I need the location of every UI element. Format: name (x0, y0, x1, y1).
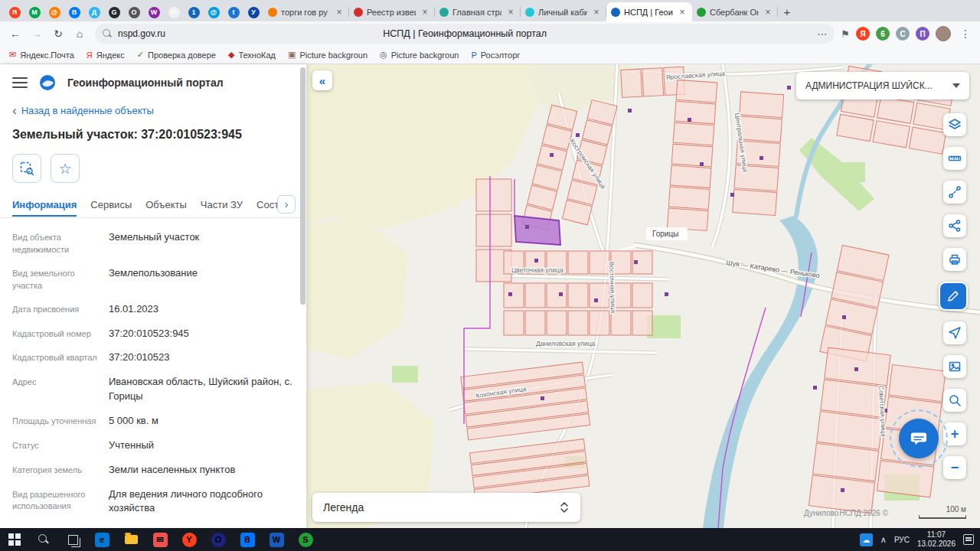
tabs-scroll-right-button[interactable]: › (277, 195, 296, 214)
taskbar-clock[interactable]: 11:07 13.02.2026 (917, 530, 956, 549)
taskbar-app-yandex[interactable]: Y (175, 528, 204, 551)
browser-tab[interactable]: Сбербанк Онла × (692, 2, 778, 21)
browser-icon: O (211, 533, 226, 547)
layers-button[interactable] (943, 113, 966, 136)
browser-tab[interactable]: Личный кабине × (521, 2, 606, 21)
legend-panel[interactable]: Легенда (312, 493, 580, 522)
notification-center-icon[interactable] (963, 534, 974, 545)
new-tab-button[interactable]: + (778, 2, 796, 21)
draw-tool-button-active[interactable] (939, 282, 968, 311)
portal-header: Геоинформационный портал (0, 64, 306, 96)
bookmark-item[interactable]: ЯЯндекс (87, 51, 125, 60)
browser-tab[interactable]: Реестр извеще × (349, 2, 435, 21)
extension-icon[interactable]: 6 (876, 27, 890, 41)
pinned-tab[interactable]: M (24, 3, 44, 21)
pinned-tab[interactable]: t (224, 3, 243, 21)
bookmark-item[interactable]: ▣Picture backgroun (288, 50, 368, 60)
sidebar-scrollbar[interactable] (299, 66, 305, 527)
pinned-tab[interactable]: Р (164, 3, 184, 21)
pinned-tab[interactable]: B (64, 3, 84, 21)
pinned-tab[interactable]: W (144, 3, 164, 21)
close-tab-icon[interactable]: × (591, 7, 602, 18)
close-tab-icon[interactable]: × (763, 7, 773, 18)
forward-icon[interactable]: → (28, 24, 46, 43)
pinned-tab[interactable]: Я (5, 3, 24, 21)
taskbar-app-explorer[interactable] (116, 528, 145, 551)
tab-services[interactable]: Сервисы (90, 193, 132, 217)
search-area-button[interactable] (943, 389, 966, 412)
browser-tab[interactable]: Главная страни × (435, 2, 521, 21)
taskbar-search-button[interactable] (29, 528, 58, 551)
attribute-label: Вид объекта недвижимости (12, 230, 103, 256)
pinned-tab[interactable]: G (104, 3, 124, 21)
measure-button[interactable] (943, 147, 966, 170)
close-tab-icon[interactable]: × (505, 7, 516, 18)
bookmark-item[interactable]: ✉Яндекс.Почта (9, 50, 74, 60)
show-on-map-button[interactable] (12, 154, 41, 183)
screenshot-button[interactable] (943, 355, 966, 378)
taskbar-app-sber[interactable]: S (291, 528, 320, 551)
omnibox-more-icon[interactable]: ⋯ (817, 28, 827, 40)
print-button[interactable] (943, 248, 966, 271)
bookmark-item[interactable]: ✓Проверка довере (137, 50, 216, 60)
taskbar-app-opera[interactable]: O (204, 528, 233, 551)
zoom-out-button[interactable]: − (943, 456, 966, 479)
browser-tab[interactable]: торги гов ру оф × (263, 2, 349, 21)
taskbar-app-edge[interactable]: e (87, 528, 116, 551)
profile-avatar[interactable] (936, 26, 951, 41)
bookmark-item[interactable]: РРосэлторг (471, 51, 520, 60)
task-view-icon (68, 535, 78, 545)
browser-menu-icon[interactable]: ⋮ (957, 28, 974, 40)
pinned-tab[interactable]: @ (44, 3, 64, 21)
share-button[interactable] (943, 214, 966, 237)
taskbar-app-vk[interactable]: B (233, 528, 262, 551)
start-button[interactable] (0, 528, 29, 551)
tab-label: Сбербанк Онла (710, 8, 759, 17)
task-view-button[interactable] (58, 528, 87, 551)
site-info-icon[interactable] (103, 29, 112, 38)
home-icon[interactable]: ⌂ (70, 24, 89, 43)
pinned-tab[interactable]: 1 (184, 3, 204, 21)
tab-parcel-parts[interactable]: Части ЗУ (201, 193, 243, 217)
pinned-tab[interactable]: Д (84, 3, 104, 21)
region-selector-dropdown[interactable]: АДМИНИСТРАЦИЯ ШУЙСК... (796, 72, 969, 99)
expand-collapse-icon (559, 500, 570, 514)
favorite-button[interactable]: ☆ (51, 154, 80, 183)
extension-icon[interactable]: C (896, 27, 910, 41)
pinned-tab[interactable]: У (243, 3, 263, 21)
collapse-panel-button[interactable]: « (312, 70, 332, 90)
attribute-value: 37:20:010523 (109, 350, 294, 365)
extension-icon[interactable]: П (916, 27, 929, 41)
taskbar-app-mail[interactable]: ✉ (145, 528, 175, 551)
bookmark-item[interactable]: ◆ТехноКад (228, 50, 276, 60)
back-to-results-link[interactable]: ‹ Назад в найденные объекты (12, 104, 294, 117)
locate-button[interactable] (943, 321, 966, 344)
chat-button[interactable] (899, 419, 939, 458)
bookmark-icon[interactable]: ⚑ (841, 28, 850, 40)
close-tab-icon[interactable]: × (334, 7, 345, 18)
weather-widget-icon[interactable]: ☁ (860, 533, 873, 546)
tab-information[interactable]: Информация (12, 193, 77, 217)
browser-tab-active[interactable]: НСПД | Геои × (606, 2, 692, 21)
pinned-tab-favicon: Я (9, 7, 21, 18)
reload-icon[interactable]: ↻ (49, 24, 67, 43)
address-bar[interactable]: nspd.gov.ru НСПД | Геоинформационный пор… (95, 24, 835, 44)
language-indicator[interactable]: РУС (894, 536, 910, 544)
tab-favicon (611, 8, 620, 17)
scrollbar-thumb[interactable] (300, 67, 305, 305)
close-tab-icon[interactable]: × (677, 7, 688, 18)
tray-expand-icon[interactable]: ∧ (880, 535, 887, 545)
route-button[interactable] (943, 181, 966, 204)
menu-icon[interactable] (12, 77, 28, 88)
close-tab-icon[interactable]: × (420, 7, 430, 18)
back-icon[interactable]: ← (6, 24, 24, 43)
nspd-logo-icon (38, 73, 57, 92)
pinned-tab[interactable]: O (124, 3, 144, 21)
bookmark-label: Picture backgroun (299, 51, 368, 60)
tab-objects[interactable]: Объекты (145, 193, 187, 217)
taskbar-app-word[interactable]: W (262, 528, 291, 551)
extension-icon[interactable]: Я (856, 27, 870, 41)
pinned-tab[interactable]: @ (204, 3, 224, 21)
bookmark-item[interactable]: ◎Picture backgroun (380, 50, 459, 60)
map-canvas[interactable]: Ярославская улица Костромская улица Цент… (306, 64, 980, 528)
